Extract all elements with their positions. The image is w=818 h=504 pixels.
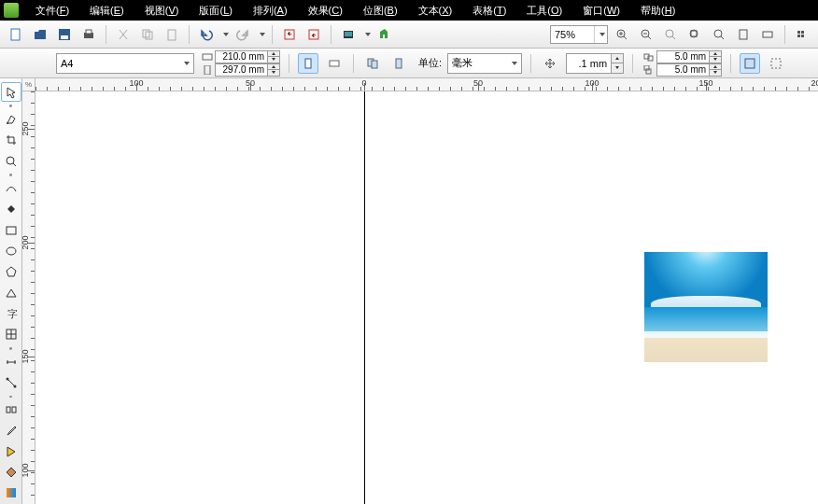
svg-point-37 [7, 122, 8, 124]
svg-rect-25 [204, 65, 210, 75]
svg-rect-16 [691, 31, 697, 36]
smart-fill-tool[interactable] [1, 200, 21, 219]
zoom-100-button[interactable] [660, 24, 681, 45]
units-select[interactable]: 毫米 [447, 53, 522, 74]
text-tool[interactable]: 字 [1, 303, 21, 323]
rectangle-tool[interactable] [1, 220, 21, 240]
nudge-input[interactable] [566, 53, 611, 74]
cut-button[interactable] [113, 24, 134, 45]
welcome-screen-button[interactable] [374, 24, 395, 45]
menu-view[interactable]: 视图(V) [135, 1, 189, 21]
print-button[interactable] [78, 24, 99, 45]
horizontal-ruler[interactable]: 100 50 0 50 100 150 200 [35, 78, 818, 91]
property-bar: A4 单位: 毫米 [0, 49, 818, 78]
menu-help[interactable]: 帮助(H) [631, 1, 684, 21]
menu-effects[interactable]: 效果(C) [299, 1, 352, 21]
separator [730, 54, 731, 73]
redo-dropdown-icon[interactable] [260, 33, 265, 36]
dup-x-icon [642, 50, 656, 63]
dup-y-input[interactable] [656, 63, 709, 77]
import-button[interactable] [279, 24, 300, 45]
all-pages-button[interactable] [362, 53, 383, 74]
svg-rect-8 [285, 30, 294, 39]
paper-preset-value: A4 [61, 58, 73, 69]
menu-arrange[interactable]: 排列(A) [244, 1, 297, 21]
svg-point-13 [642, 30, 649, 37]
redo-button[interactable] [233, 24, 253, 45]
undo-dropdown-icon[interactable] [223, 33, 229, 36]
app-launcher-button[interactable] [338, 24, 359, 45]
vertical-ruler[interactable]: 250 200 150 100 [22, 91, 35, 504]
dup-x-spinner[interactable] [709, 50, 722, 63]
copy-button[interactable] [137, 24, 158, 45]
paste-button[interactable] [162, 24, 182, 45]
polygon-tool[interactable] [1, 262, 21, 282]
width-spinner[interactable] [267, 50, 280, 63]
dup-x-input[interactable] [656, 50, 709, 63]
svg-rect-36 [771, 59, 781, 68]
separator [530, 54, 531, 73]
eyedropper-tool[interactable] [1, 421, 21, 441]
menu-layout[interactable]: 版面(L) [190, 1, 241, 21]
zoom-in-button[interactable] [612, 24, 632, 45]
zoom-all-button[interactable] [709, 24, 729, 45]
basic-shapes-tool[interactable] [1, 283, 21, 302]
svg-point-40 [7, 247, 16, 255]
chevron-down-icon[interactable] [594, 26, 607, 43]
landscape-button[interactable] [324, 53, 345, 74]
connector-tool[interactable] [1, 372, 21, 392]
svg-rect-34 [646, 69, 651, 74]
treat-as-filled-button[interactable] [766, 53, 786, 74]
zoom-width-button[interactable] [757, 24, 778, 45]
page-width-input[interactable] [215, 50, 267, 63]
svg-rect-30 [396, 59, 402, 68]
table-tool[interactable] [1, 325, 21, 344]
canvas[interactable]: % 100 50 0 50 100 150 200 250 200 150 10… [22, 78, 818, 504]
outline-tool[interactable] [1, 441, 21, 461]
zoom-selection-button[interactable] [684, 24, 705, 45]
menu-text[interactable]: 文本(X) [409, 1, 462, 21]
freehand-tool[interactable] [1, 178, 21, 198]
dup-y-spinner[interactable] [709, 63, 722, 77]
save-button[interactable] [54, 24, 75, 45]
zoom-input[interactable] [551, 26, 594, 43]
nudge-spinner[interactable] [611, 53, 624, 74]
launcher-dropdown-icon[interactable] [365, 33, 371, 36]
interactive-fill-tool[interactable] [1, 483, 21, 503]
height-spinner[interactable] [267, 63, 280, 77]
menu-edit[interactable]: 编辑(E) [80, 1, 134, 21]
zoom-tool[interactable] [1, 151, 21, 171]
zoom-combo[interactable] [550, 25, 608, 44]
svg-rect-20 [797, 31, 800, 34]
drawing-page[interactable] [35, 91, 818, 504]
ruler-origin[interactable]: % [22, 78, 35, 91]
menu-window[interactable]: 窗口(W) [573, 1, 629, 21]
current-page-button[interactable] [388, 53, 409, 74]
options-button[interactable] [792, 24, 812, 45]
ellipse-tool[interactable] [1, 241, 21, 260]
menu-table[interactable]: 表格(T) [463, 1, 515, 21]
zoom-out-button[interactable] [636, 24, 656, 45]
svg-text:字: 字 [7, 308, 18, 319]
paper-preset-select[interactable]: A4 [56, 53, 194, 74]
fill-tool[interactable] [1, 462, 21, 482]
new-button[interactable] [6, 24, 26, 45]
svg-rect-32 [648, 56, 653, 61]
pick-tool[interactable] [1, 82, 21, 102]
crop-tool[interactable] [1, 131, 21, 150]
snap-to-objects-button[interactable] [740, 53, 760, 74]
beach-photo[interactable] [644, 252, 768, 362]
menu-bitmap[interactable]: 位图(B) [354, 1, 407, 21]
page-height-input[interactable] [215, 63, 267, 77]
open-button[interactable] [30, 24, 50, 45]
blend-tool[interactable] [1, 399, 21, 419]
separator [289, 54, 289, 73]
portrait-button[interactable] [298, 53, 318, 74]
export-button[interactable] [303, 24, 324, 45]
menu-file[interactable]: 文件(F) [26, 1, 78, 21]
shape-tool[interactable] [1, 109, 21, 129]
undo-button[interactable] [196, 24, 217, 45]
zoom-page-button[interactable] [733, 24, 754, 45]
menu-tools[interactable]: 工具(O) [517, 1, 571, 21]
dimension-tool[interactable] [1, 352, 21, 371]
